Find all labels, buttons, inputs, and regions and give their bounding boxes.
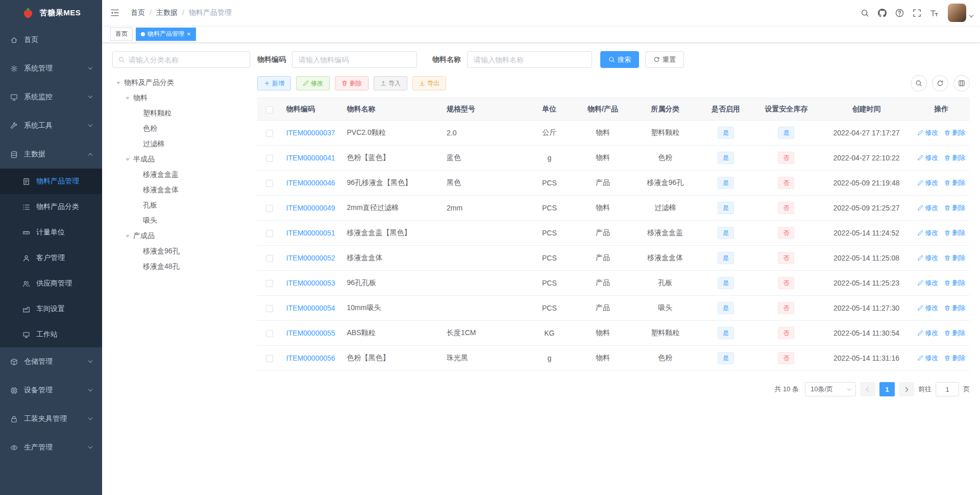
help-button[interactable] [891, 0, 908, 26]
sidebar-item-0[interactable]: 首页 [0, 26, 102, 54]
item-code-link[interactable]: ITEM00000046 [286, 179, 335, 187]
goto-page-input[interactable] [936, 382, 959, 396]
import-button[interactable]: 导入 [374, 76, 407, 90]
row-checkbox[interactable] [266, 330, 273, 337]
sidebar-subitem-5[interactable]: 车间设置 [0, 296, 102, 322]
refresh-table-button[interactable] [932, 75, 948, 91]
column-header-7[interactable]: 设置安全库存 [752, 98, 820, 121]
row-delete-button[interactable]: 删除 [944, 353, 965, 363]
row-edit-button[interactable]: 修改 [917, 353, 938, 363]
column-header-9[interactable]: 操作 [913, 98, 970, 121]
sidebar-item-3[interactable]: 系统工具 [0, 111, 102, 140]
column-header-2[interactable]: 规格型号 [443, 98, 525, 121]
row-edit-button[interactable]: 修改 [917, 153, 938, 162]
column-header-8[interactable]: 创建时间 [820, 98, 913, 121]
tree-node-5[interactable]: 半成品 [112, 152, 250, 167]
tab-0[interactable]: 首页 [110, 28, 133, 41]
row-checkbox[interactable] [266, 305, 273, 312]
sidebar-subitem-6[interactable]: 工作站 [0, 322, 102, 347]
column-header-5[interactable]: 所属分类 [631, 98, 699, 121]
row-delete-button[interactable]: 删除 [944, 303, 965, 313]
row-delete-button[interactable]: 删除 [944, 203, 965, 213]
edit-button[interactable]: 修改 [296, 76, 330, 90]
table-row-1[interactable]: ITEM00000041色粉【蓝色】蓝色g物料色粉是否2022-04-27 22… [257, 146, 970, 171]
row-edit-button[interactable]: 修改 [917, 228, 938, 238]
tree-node-8[interactable]: 孔板 [112, 198, 250, 213]
column-header-0[interactable]: 物料编码 [282, 98, 343, 121]
tree-node-1[interactable]: 物料 [112, 90, 250, 106]
row-edit-button[interactable]: 修改 [917, 178, 938, 187]
export-button[interactable]: 导出 [412, 76, 446, 90]
column-header-4[interactable]: 物料/产品 [574, 98, 631, 121]
table-row-9[interactable]: ITEM00000056色粉【黑色】珠光黑g物料色粉是否2022-05-14 1… [257, 346, 970, 371]
item-code-link[interactable]: ITEM00000055 [286, 329, 335, 337]
item-code-link[interactable]: ITEM00000049 [286, 204, 335, 212]
row-delete-button[interactable]: 删除 [944, 128, 965, 137]
sidebar-item-2[interactable]: 系统监控 [0, 83, 102, 111]
toggle-search-button[interactable] [911, 75, 927, 91]
tree-node-12[interactable]: 移液盒48孔 [112, 259, 250, 274]
fullscreen-button[interactable] [908, 0, 925, 26]
font-size-button[interactable] [925, 0, 943, 26]
github-button[interactable] [873, 0, 891, 26]
tree-node-11[interactable]: 移液盒96孔 [112, 244, 250, 259]
sidebar-subitem-2[interactable]: 计量单位 [0, 220, 102, 245]
tree-node-2[interactable]: 塑料颗粒 [112, 106, 250, 121]
row-checkbox[interactable] [266, 280, 273, 287]
row-checkbox[interactable] [266, 230, 273, 237]
tree-node-10[interactable]: 产成品 [112, 228, 250, 244]
reset-button[interactable]: 重置 [645, 51, 684, 68]
row-edit-button[interactable]: 修改 [917, 303, 938, 313]
item-code-link[interactable]: ITEM00000056 [286, 354, 335, 362]
item-code-link[interactable]: ITEM00000054 [286, 304, 335, 312]
sidebar-subitem-1[interactable]: 物料产品分类 [0, 194, 102, 220]
next-page-button[interactable] [899, 382, 914, 396]
column-settings-button[interactable] [953, 75, 970, 91]
user-menu[interactable] [948, 4, 973, 22]
page-size-select[interactable]: 10条/页 [805, 382, 856, 396]
sidebar-item-6[interactable]: 设备管理 [0, 376, 102, 405]
app-logo[interactable]: 苦糖果MES [0, 0, 102, 26]
row-delete-button[interactable]: 删除 [944, 253, 965, 263]
tree-node-3[interactable]: 色粉 [112, 121, 250, 136]
row-checkbox[interactable] [266, 205, 273, 212]
search-button[interactable] [856, 0, 873, 26]
item-code-link[interactable]: ITEM00000041 [286, 154, 335, 162]
collapse-sidebar-button[interactable] [102, 0, 128, 26]
delete-button[interactable]: 删除 [335, 76, 369, 90]
table-row-2[interactable]: ITEM0000004696孔移液盒【黑色】黑色PCS产品移液盒96孔是否202… [257, 171, 970, 196]
row-checkbox[interactable] [266, 130, 273, 137]
table-row-0[interactable]: ITEM00000037PVC2.0颗粒2.0公斤物料塑料颗粒是是2022-04… [257, 121, 970, 146]
breadcrumb-item-1[interactable]: 主数据 [156, 8, 178, 17]
tree-node-6[interactable]: 移液盒盒盖 [112, 167, 250, 182]
sidebar-item-7[interactable]: 工装夹具管理 [0, 405, 102, 433]
sidebar-item-4[interactable]: 主数据 [0, 140, 102, 169]
item-code-link[interactable]: ITEM00000051 [286, 229, 335, 237]
sidebar-item-1[interactable]: 系统管理 [0, 54, 102, 83]
tree-node-7[interactable]: 移液盒盒体 [112, 182, 250, 198]
code-filter-input[interactable] [292, 51, 417, 68]
row-checkbox[interactable] [266, 180, 273, 187]
tree-node-0[interactable]: 物料及产品分类 [112, 75, 250, 90]
tree-node-9[interactable]: 吸头 [112, 213, 250, 228]
search-button[interactable]: 搜索 [600, 51, 639, 68]
column-header-6[interactable]: 是否启用 [699, 98, 752, 121]
sidebar-subitem-4[interactable]: 供应商管理 [0, 271, 102, 296]
tree-node-4[interactable]: 过滤棉 [112, 136, 250, 152]
row-checkbox[interactable] [266, 355, 273, 362]
sidebar-item-8[interactable]: 生产管理 [0, 433, 102, 462]
user-avatar[interactable] [948, 4, 966, 22]
table-row-3[interactable]: ITEM000000492mm直径过滤棉2mmPCS物料过滤棉是否2022-05… [257, 196, 970, 221]
table-row-6[interactable]: ITEM0000005396孔孔板PCS产品孔板是否2022-05-14 11:… [257, 271, 970, 296]
select-all-checkbox[interactable] [266, 106, 273, 113]
column-header-3[interactable]: 单位 [524, 98, 574, 121]
row-edit-button[interactable]: 修改 [917, 203, 938, 213]
item-code-link[interactable]: ITEM00000052 [286, 254, 335, 262]
category-search-input[interactable] [129, 56, 244, 64]
row-delete-button[interactable]: 删除 [944, 228, 965, 238]
table-row-7[interactable]: ITEM0000005410mm吸头PCS产品吸头是否2022-05-14 11… [257, 296, 970, 321]
row-checkbox[interactable] [266, 255, 273, 262]
page-1-button[interactable]: 1 [879, 382, 895, 396]
column-header-1[interactable]: 物料名称 [343, 98, 443, 121]
prev-page-button[interactable] [860, 382, 875, 396]
